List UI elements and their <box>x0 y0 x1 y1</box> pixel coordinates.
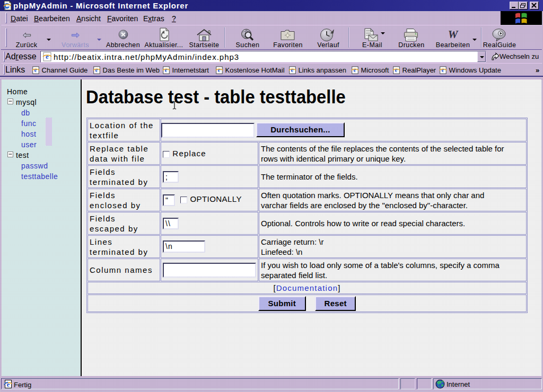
svg-text:e: e <box>165 67 168 73</box>
svg-text:W: W <box>448 29 459 41</box>
svg-text:e: e <box>291 67 294 73</box>
svg-text:e: e <box>354 67 356 73</box>
svg-text:e: e <box>95 67 98 73</box>
svg-text:e: e <box>34 67 37 73</box>
svg-text:e: e <box>46 52 49 60</box>
svg-text:e: e <box>442 67 444 73</box>
svg-text:e: e <box>218 67 221 73</box>
svg-text:e: e <box>395 67 398 73</box>
svg-text:e: e <box>7 380 10 388</box>
